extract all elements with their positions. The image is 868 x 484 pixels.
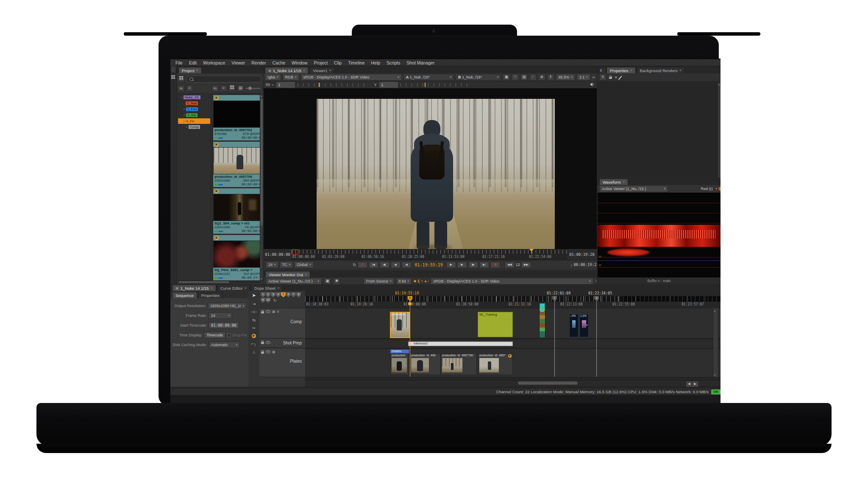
flip-icon[interactable]: ▣ [324, 278, 331, 285]
skip-frames-value[interactable]: 12 [516, 263, 520, 267]
bin-label[interactable]: 2_Foo [186, 107, 198, 111]
skip-back-button[interactable]: ◀◀ [505, 262, 515, 268]
view-badge[interactable]: 2 [266, 292, 270, 297]
grades-tag[interactable]: Grades [390, 350, 409, 353]
scrollbar-thumb[interactable] [178, 281, 229, 283]
sort-az-icon[interactable]: a₂ [211, 85, 219, 92]
current-timecode[interactable]: 01:19:55:19 [413, 263, 445, 267]
scrollbar-thumb[interactable] [518, 381, 578, 385]
clip-card[interactable]: production_id_4957762 875x968673f @50FPS… [213, 95, 264, 140]
expand-icon[interactable]: + [183, 113, 185, 117]
tab-seq-properties[interactable]: Properties [198, 292, 223, 298]
clip-vertical-strip[interactable]: L T [539, 303, 545, 338]
out-mark-button[interactable]: O [490, 262, 500, 268]
bin-label[interactable]: 1_Nuk [186, 101, 198, 105]
close-icon[interactable]: × [630, 68, 632, 73]
properties-scrollbar[interactable]: ▴ [718, 82, 721, 178]
close-icon[interactable]: × [303, 68, 305, 73]
tab-dope-sheet[interactable]: Dope Sheet× [251, 285, 283, 291]
lane-shotprep[interactable] [305, 339, 721, 348]
prev-edit-button[interactable]: ◀| [380, 262, 389, 268]
view-badge[interactable]: 4 [276, 292, 281, 297]
arrow-icon[interactable]: ▸ [272, 83, 274, 87]
clip-production-comp[interactable]: production [390, 312, 410, 338]
close-icon[interactable]: × [196, 68, 198, 73]
track-header-shotprep[interactable]: Shot Prep [259, 339, 305, 348]
roi-icon[interactable]: ⊕ [538, 74, 545, 81]
paint-icons[interactable]: ◆ ❮ ≈ ▲ ∕ [414, 279, 428, 283]
sort-az-icon[interactable]: a₂ [178, 85, 185, 92]
bit-depth-dropdown[interactable]: 8 bit▾ [396, 278, 412, 285]
view-badge[interactable]: 6 [286, 292, 291, 297]
close-icon[interactable]: × [245, 286, 247, 290]
viewer-playhead-icon[interactable] [529, 249, 534, 252]
view-badge[interactable]: 10 [266, 298, 270, 303]
scroll-down-icon[interactable]: ▾ [714, 373, 715, 376]
tab-sequence[interactable]: Sequence [172, 292, 197, 298]
eye-icon[interactable] [266, 310, 270, 313]
go-end-button[interactable]: ▶| [479, 262, 489, 268]
menu-item-clip[interactable]: Clip [334, 60, 342, 65]
tc-mode-dropdown[interactable]: TC▾ [280, 261, 293, 268]
source-dropdown[interactable]: From Source▾ [364, 278, 394, 285]
layers-icon[interactable]: ▦ [272, 310, 275, 313]
view-badge[interactable]: 7 [291, 292, 296, 297]
clip-card[interactable]: production_id_4957766 1920x1080350f @50F… [213, 142, 264, 187]
clip-card[interactable]: SQ1_S04_comp > v01 2000x108075f @24FPS 0… [213, 188, 264, 234]
tab-project[interactable]: Project× [178, 67, 202, 73]
slip-tool-icon[interactable]: ⇆ [252, 318, 256, 322]
join-tool-icon[interactable]: ⊥ [252, 350, 256, 354]
menu-item-file[interactable]: File [175, 60, 183, 65]
slash-icon[interactable]: ∕ [529, 74, 537, 81]
clip-retime-a[interactable]: -.0% [569, 314, 579, 337]
close-icon[interactable]: × [329, 68, 331, 73]
tree-row[interactable]: + Comp [186, 124, 210, 130]
marker-line[interactable] [554, 296, 555, 377]
play-back-button[interactable]: ◀ [391, 262, 401, 268]
expand-icon[interactable]: + [183, 107, 185, 111]
gamma-slider[interactable] [401, 83, 472, 87]
time-display-toggle[interactable]: Timecode [204, 332, 225, 339]
menu-item-scripts[interactable]: Scripts [387, 60, 400, 65]
play-button[interactable]: ▶ [457, 262, 467, 268]
menu-item-cache[interactable]: Cache [273, 60, 285, 65]
colorspace-dropdown[interactable]: sRGB - Display/ACES 1.0 - SDR Video▾ [301, 74, 402, 81]
bin-label[interactable]: 3_Slic [186, 113, 198, 117]
export-frame-icon[interactable]: ↓ [570, 263, 572, 267]
tree-row[interactable]: + 3_Slic [183, 112, 210, 118]
gear-icon[interactable]: ✱ [333, 278, 340, 285]
timeline-playhead-line[interactable] [410, 296, 410, 377]
overlay-icon[interactable]: ≫ [592, 76, 595, 79]
collapse-icon[interactable]: − [181, 95, 183, 99]
project-hscrollbar[interactable] [178, 281, 261, 283]
slider-handle[interactable] [248, 87, 252, 90]
rail-tab[interactable] [171, 67, 175, 73]
disk-caching-dropdown[interactable]: Automatic▾ [209, 341, 240, 348]
output-resolution-dropdown[interactable]: 1920x1080 HD_1080▾ [208, 302, 247, 309]
clip-ml-training[interactable]: ML_Training [478, 312, 513, 337]
track-header-comp[interactable]: ▦ ◙ Comp [259, 308, 305, 339]
drop-frame-checkbox[interactable] [227, 333, 231, 337]
scroll-down-icon[interactable]: ▾ [261, 277, 262, 280]
track-header-plates[interactable]: ▦ Plates [259, 349, 305, 377]
lock-icon[interactable] [261, 352, 264, 354]
sync-icon[interactable]: ↻ [273, 298, 277, 302]
tab-viewer-main[interactable]: ◉ 1_Nuke 14.1/15× [265, 67, 309, 73]
scroll-up-icon[interactable]: ▴ [261, 94, 262, 97]
lane-comp[interactable] [305, 308, 721, 339]
timeline-vscrollbar[interactable]: ▴ ▾ [713, 308, 718, 378]
close-icon[interactable]: × [305, 272, 307, 277]
menu-item-project[interactable]: Project [314, 60, 328, 65]
clip-plate-4[interactable]: production_id_4957 [478, 353, 513, 375]
clip-inference2[interactable]: Inference2 [408, 341, 513, 346]
tab-timeline-main[interactable]: ▦ 1_Nuke 14.1/15× [172, 285, 216, 291]
lane-plates[interactable] [305, 349, 721, 378]
step-back-button[interactable]: ◀ [402, 262, 412, 268]
speaker-icon[interactable] [590, 82, 595, 87]
gain-field[interactable]: 1 [276, 81, 295, 88]
retime-tool-icon[interactable]: ⌐┐ [251, 341, 257, 346]
eye-icon[interactable] [266, 350, 270, 353]
checker-icon[interactable]: ▨ [520, 74, 528, 81]
thumbnail-view-icon[interactable] [178, 76, 185, 82]
view-badge-active[interactable]: 5 [281, 292, 286, 297]
